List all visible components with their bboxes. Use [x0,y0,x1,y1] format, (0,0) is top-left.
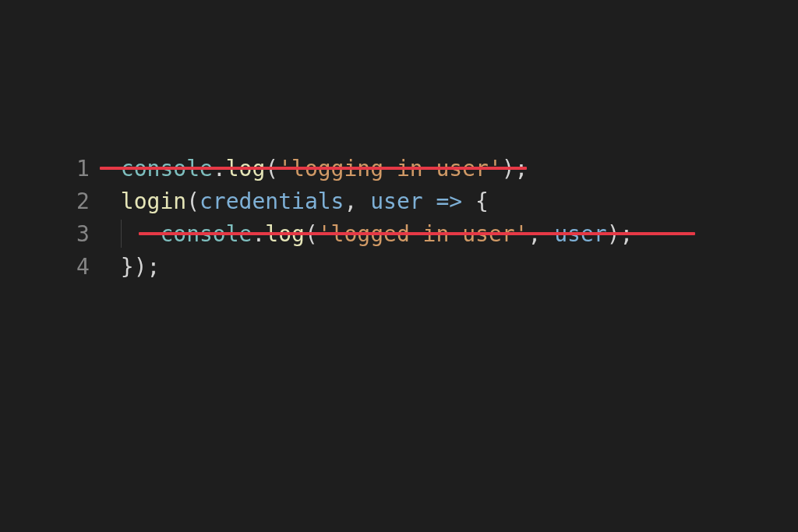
code-editor[interactable]: 1 console.log('logging in user'); 2 logi… [76,152,633,283]
strikethrough-annotation [139,232,695,235]
code-line-4: 4 }); [76,250,633,283]
brace-open: { [475,188,489,214]
brace-close: } [121,254,134,280]
code-line-3: 3 console.log('logged in user', user); [76,217,633,250]
arrow-operator: => [436,188,462,214]
line-number: 3 [76,221,108,247]
line-number: 2 [76,188,108,214]
code-line-1: 1 console.log('logging in user'); [76,152,633,185]
strikethrough-annotation [100,167,527,170]
function-login: login [121,188,186,214]
code-line-2: 2 login(credentials, user => { [76,185,633,217]
line-number: 4 [76,254,108,280]
param-credentials: credentials [200,188,344,214]
code-content: login(credentials, user => { [108,188,489,214]
code-content: console.log('logging in user'); [108,156,528,181]
code-content: }); [108,254,160,280]
code-content: console.log('logged in user', user); [108,220,633,248]
param-user: user [370,188,422,214]
